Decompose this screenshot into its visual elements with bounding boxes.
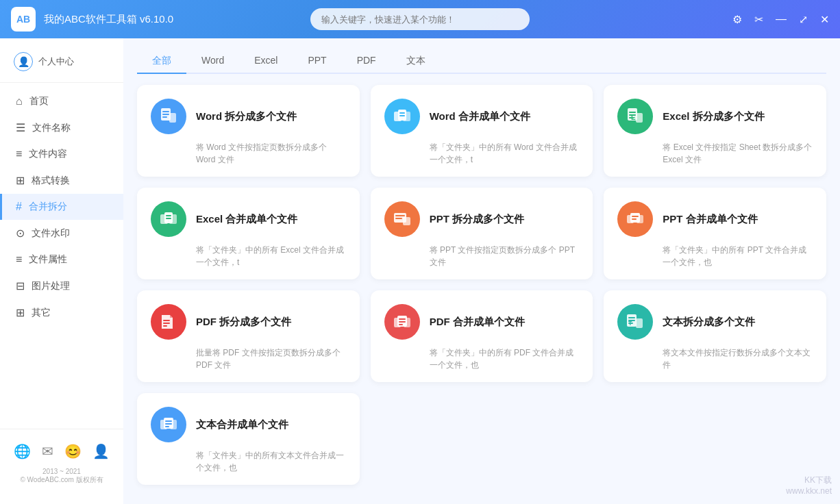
sidebar-item-filename[interactable]: ☰ 文件名称: [0, 114, 123, 141]
sidebar-item-other[interactable]: ⊞ 其它: [0, 299, 123, 326]
attr-icon: ≡: [16, 253, 22, 266]
sidebar-label-home: 首页: [29, 95, 49, 108]
excel-split-icon: E: [617, 99, 653, 134]
card-text-merge[interactable]: 文本合并成单个文件 将「文件夹」中的所有文本文件合并成一个文件，也: [137, 393, 360, 485]
card-word-split[interactable]: Word 拆分成多个文件 将 Word 文件按指定页数拆分成多个 Word 文件: [137, 85, 360, 177]
svg-rect-22: [395, 215, 405, 216]
svg-rect-19: [166, 215, 171, 216]
sidebar-label-imgproc: 图片处理: [32, 280, 70, 292]
svg-rect-50: [165, 426, 169, 427]
user-label: 个人中心: [38, 55, 74, 68]
text-split-title: 文本拆分成多个文件: [663, 316, 755, 329]
svg-rect-20: [166, 218, 171, 219]
pdf-split-desc: 批量将 PDF 文件按指定页数拆分成多个 PDF 文件: [151, 346, 346, 371]
sidebar-label-filename: 文件名称: [32, 122, 71, 134]
card-excel-split[interactable]: E Excel 拆分成多个文件 将 Excel 文件按指定 Sheet 数拆分成…: [604, 85, 826, 177]
svg-rect-11: [629, 112, 636, 113]
card-text-split[interactable]: T 文本拆分成多个文件 将文本文件按指定行数拆分成多个文本文件: [604, 290, 826, 382]
ppt-merge-title: PPT 合并成单个文件: [663, 213, 757, 226]
sidebar-label-formatconv: 格式转换: [32, 175, 70, 187]
minimize-button[interactable]: —: [776, 13, 787, 25]
sidebar-label-filecontent: 文件内容: [29, 148, 67, 160]
sidebar-item-watermark[interactable]: ⊙ 文件水印: [0, 220, 123, 247]
ppt-merge-icon: [617, 201, 653, 237]
tab-text[interactable]: 文本: [391, 49, 441, 74]
image-icon: ⊟: [16, 279, 25, 292]
tools-grid: Word 拆分成多个文件 将 Word 文件按指定页数拆分成多个 Word 文件: [137, 85, 826, 485]
svg-rect-1: [162, 111, 169, 112]
svg-rect-2: [162, 114, 169, 115]
sidebar-item-formatconv[interactable]: ⊞ 格式转换: [0, 167, 123, 194]
sidebar-label-mergesplit: 合并拆分: [29, 201, 67, 213]
close-button[interactable]: ✕: [820, 13, 829, 26]
svg-rect-4: [169, 113, 176, 123]
pdf-split-title: PDF 拆分成多个文件: [196, 316, 291, 329]
excel-split-desc: 将 Excel 文件按指定 Sheet 数拆分成多个 Excel 文件: [617, 141, 813, 166]
svg-rect-32: [163, 325, 167, 327]
search-box[interactable]: [310, 8, 530, 30]
main-layout: 👤 个人中心 ⌂ 首页 ☰ 文件名称 ≡ 文件内容 ⊞ 格式转换 # 合并拆分 …: [0, 38, 840, 504]
card-pdf-split[interactable]: PDF 拆分成多个文件 批量将 PDF 文件按指定页数拆分成多个 PDF 文件: [137, 290, 360, 382]
svg-rect-28: [632, 216, 639, 217]
web-icon[interactable]: 🌐: [14, 443, 31, 459]
text-merge-title: 文本合并成单个文件: [196, 418, 288, 431]
svg-rect-15: [636, 113, 643, 123]
sidebar-label-watermark: 文件水印: [32, 227, 70, 240]
ppt-split-desc: 将 PPT 文件按指定页数拆分成多个 PPT 文件: [384, 244, 580, 268]
email-icon[interactable]: ✉: [42, 443, 53, 459]
pdf-merge-desc: 将「文件夹」中的所有 PDF 文件合并成一个文件，也: [384, 346, 580, 371]
sidebar-label-fileattr: 文件属性: [29, 253, 67, 266]
scissors-icon[interactable]: ✂: [754, 13, 763, 26]
pdf-split-icon: [151, 304, 186, 340]
sidebar-label-other: 其它: [32, 307, 51, 319]
tab-ppt[interactable]: PPT: [293, 49, 341, 74]
card-word-merge[interactable]: Word 合并成单个文件 将「文件夹」中的所有 Word 文件合并成一个文件，t: [371, 85, 593, 177]
svg-rect-31: [163, 323, 170, 324]
app-logo: AB: [11, 7, 36, 32]
sidebar-item-home[interactable]: ⌂ 首页: [0, 88, 123, 114]
user-profile[interactable]: 👤 个人中心: [0, 47, 123, 83]
word-merge-title: Word 合并成单个文件: [430, 110, 530, 123]
text-split-icon: T: [617, 304, 653, 340]
feedback-icon[interactable]: 😊: [64, 443, 82, 459]
text-merge-desc: 将「文件夹」中的所有文本文件合并成一个文件，也: [151, 449, 346, 474]
format-icon: ⊞: [16, 174, 25, 187]
file-icon: ☰: [16, 121, 25, 134]
word-split-title: Word 拆分成多个文件: [196, 110, 297, 123]
settings-icon[interactable]: ⚙: [732, 13, 742, 26]
text-split-desc: 将文本文件按指定行数拆分成多个文本文件: [617, 346, 813, 371]
ppt-split-icon: [384, 201, 420, 237]
svg-rect-37: [399, 321, 406, 323]
word-split-desc: 将 Word 文件按指定页数拆分成多个 Word 文件: [151, 141, 346, 166]
svg-rect-29: [632, 218, 637, 220]
card-ppt-merge[interactable]: PPT 合并成单个文件 将「文件夹」中的所有 PPT 文件合并成一个文件，也: [604, 188, 826, 279]
excel-merge-desc: 将「文件夹」中的所有 Excel 文件合并成一个文件，t: [151, 244, 346, 268]
home-icon: ⌂: [16, 95, 23, 108]
word-split-icon: [151, 99, 186, 134]
excel-merge-title: Excel 合并成单个文件: [196, 213, 297, 226]
search-input[interactable]: [310, 8, 530, 30]
titlebar: AB 我的ABC软件工具箱 v6.10.0 ⚙ ✂ — ⤢ ✕: [0, 0, 840, 38]
tab-pdf[interactable]: PDF: [342, 49, 391, 74]
excel-merge-icon: [151, 201, 186, 237]
svg-rect-24: [403, 217, 410, 225]
main-content: 全部 Word Excel PPT PDF 文本: [123, 38, 840, 504]
card-excel-merge[interactable]: Excel 合并成单个文件 将「文件夹」中的所有 Excel 文件合并成一个文件…: [137, 188, 360, 279]
card-pdf-merge[interactable]: PDF 合并成单个文件 将「文件夹」中的所有 PDF 文件合并成一个文件，也: [371, 290, 593, 382]
sidebar-item-filecontent[interactable]: ≡ 文件内容: [0, 141, 123, 167]
svg-rect-23: [395, 218, 402, 219]
tab-excel[interactable]: Excel: [239, 49, 293, 74]
sidebar-item-mergesplit[interactable]: # 合并拆分: [0, 194, 123, 220]
sidebar-item-imgproc[interactable]: ⊟ 图片处理: [0, 273, 123, 299]
sidebar: 👤 个人中心 ⌂ 首页 ☰ 文件名称 ≡ 文件内容 ⊞ 格式转换 # 合并拆分 …: [0, 38, 123, 504]
account-icon[interactable]: 👤: [92, 443, 110, 459]
sidebar-item-fileattr[interactable]: ≡ 文件属性: [0, 247, 123, 273]
tab-all[interactable]: 全部: [137, 49, 186, 74]
word-merge-icon: [384, 99, 420, 134]
card-ppt-split[interactable]: PPT 拆分成多个文件 将 PPT 文件按指定页数拆分成多个 PPT 文件: [371, 188, 593, 279]
pdf-merge-title: PDF 合并成单个文件: [430, 316, 525, 329]
restore-button[interactable]: ⤢: [799, 13, 808, 26]
merge-icon: #: [16, 201, 22, 213]
tab-word[interactable]: Word: [186, 49, 239, 74]
app-title: 我的ABC软件工具箱 v6.10.0: [44, 13, 173, 26]
